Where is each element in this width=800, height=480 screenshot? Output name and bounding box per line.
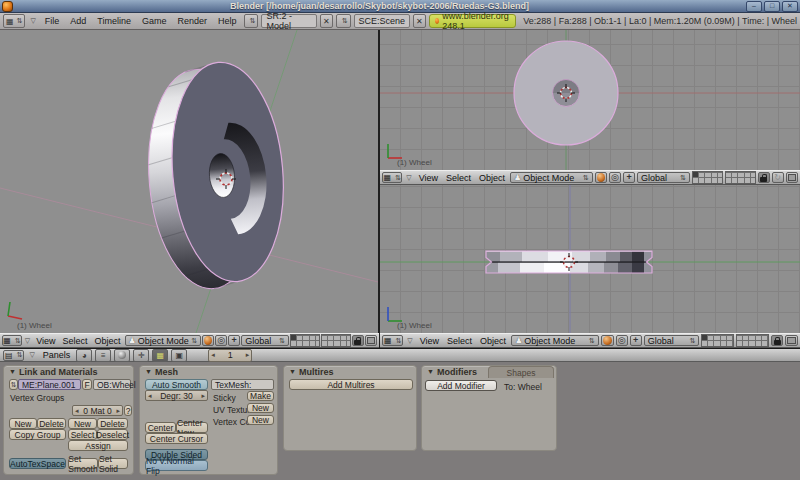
layer-grid-1[interactable] bbox=[290, 334, 320, 347]
material-new-button[interactable]: New bbox=[68, 418, 97, 429]
editor-type-button[interactable]: ▦⇅ bbox=[382, 172, 402, 183]
object-menu[interactable]: Object bbox=[92, 336, 124, 346]
material-spinner[interactable]: ◂ 0 Mat 0 ▸ bbox=[72, 405, 123, 416]
screen-selector[interactable]: SR:2 - Model bbox=[261, 14, 317, 28]
layer-grid-1[interactable] bbox=[692, 171, 723, 184]
vgroup-new-button[interactable]: New bbox=[9, 418, 37, 429]
vertex-color-new-button[interactable]: New bbox=[247, 415, 274, 425]
wheel-object[interactable] bbox=[139, 58, 292, 294]
view-menu[interactable]: View bbox=[417, 336, 442, 346]
view-menu[interactable]: View bbox=[33, 336, 58, 346]
scene-selector[interactable]: SCE:Scene bbox=[354, 14, 411, 28]
panel-title[interactable]: Modifiers bbox=[437, 367, 477, 377]
mesh-browse-button[interactable]: ⇅ bbox=[9, 379, 18, 390]
close-button[interactable]: ✕ bbox=[782, 1, 798, 12]
center-cursor-button[interactable]: Center Cursor bbox=[145, 433, 208, 444]
sticky-make-button[interactable]: Make bbox=[247, 391, 274, 401]
menu-help[interactable]: Help bbox=[214, 16, 241, 26]
panels-menu[interactable]: Panels bbox=[40, 350, 74, 360]
active-layer-cell[interactable] bbox=[693, 172, 698, 177]
panel-collapse-icon[interactable]: ▼ bbox=[427, 368, 434, 375]
panel-collapse-icon[interactable]: ▼ bbox=[289, 368, 296, 375]
scene-delete-button[interactable]: ✕ bbox=[413, 14, 426, 28]
screen-browse-button[interactable]: ⇅ bbox=[244, 14, 259, 28]
material-delete-button[interactable]: Delete bbox=[97, 418, 128, 429]
layer-grid-1[interactable] bbox=[701, 334, 734, 347]
uv-texture-new-button[interactable]: New bbox=[247, 403, 274, 413]
manipulator-button[interactable]: + bbox=[228, 335, 240, 346]
menu-file[interactable]: File bbox=[41, 16, 64, 26]
scene-context-button[interactable]: ▣ bbox=[171, 349, 187, 362]
header-collapse-icon[interactable]: ▽ bbox=[27, 351, 36, 359]
panel-collapse-icon[interactable]: ▼ bbox=[145, 368, 152, 375]
menu-timeline[interactable]: Timeline bbox=[93, 16, 135, 26]
render-border-button[interactable] bbox=[786, 172, 798, 183]
viewport-shading-button[interactable] bbox=[595, 172, 607, 183]
editor-type-button[interactable]: ▦⇅ bbox=[2, 335, 22, 346]
add-multires-button[interactable]: Add Multires bbox=[289, 379, 413, 390]
mode-dropdown[interactable]: ♟Object Mode⇅ bbox=[510, 172, 593, 183]
mode-dropdown[interactable]: ♟Object Mode⇅ bbox=[511, 335, 599, 346]
maximize-button[interactable]: □ bbox=[764, 1, 780, 12]
manipulator-button[interactable]: + bbox=[623, 172, 635, 183]
header-collapse-icon[interactable]: ▽ bbox=[23, 337, 32, 345]
menu-game[interactable]: Game bbox=[138, 16, 171, 26]
lock-layers-button[interactable] bbox=[758, 172, 770, 183]
spinner-left-icon[interactable]: ◂ bbox=[209, 351, 217, 359]
version-badge[interactable]: www.blender.org 248.1 bbox=[429, 14, 517, 28]
select-button[interactable]: Select bbox=[68, 429, 97, 440]
texmesh-field[interactable]: TexMesh: bbox=[211, 379, 274, 390]
spinner-right-icon[interactable]: ▸ bbox=[244, 351, 252, 359]
script-context-button[interactable]: ≡ bbox=[95, 349, 111, 362]
spinner-left-icon[interactable]: ◂ bbox=[73, 407, 81, 415]
set-solid-button[interactable]: Set Solid bbox=[98, 458, 128, 469]
select-menu[interactable]: Select bbox=[444, 336, 475, 346]
viewport-top-right[interactable]: (1) Wheel bbox=[380, 30, 800, 170]
degr-spinner[interactable]: ◂ Degr: 30 ▸ bbox=[145, 390, 208, 401]
pivot-button[interactable]: ◎ bbox=[616, 335, 628, 346]
minimize-button[interactable]: – bbox=[746, 1, 762, 12]
logic-context-button[interactable]: ◕ bbox=[76, 349, 92, 362]
vgroup-delete-button[interactable]: Delete bbox=[37, 418, 66, 429]
editing-context-button[interactable]: ▦ bbox=[152, 349, 168, 362]
scene-browse-button[interactable]: ⇅ bbox=[336, 14, 351, 28]
spinner-right-icon[interactable]: ▸ bbox=[199, 392, 207, 400]
autotexspace-button[interactable]: AutoTexSpace bbox=[9, 458, 66, 469]
viewport-shading-button[interactable] bbox=[601, 335, 614, 346]
shading-context-button[interactable] bbox=[114, 349, 130, 362]
copy-group-button[interactable]: Copy Group bbox=[9, 429, 66, 440]
panel-title[interactable]: Mesh bbox=[155, 367, 178, 377]
deselect-button[interactable]: Deselect bbox=[97, 429, 128, 440]
add-modifier-button[interactable]: Add Modifier bbox=[425, 380, 497, 391]
panel-title[interactable]: Link and Materials bbox=[19, 367, 98, 377]
spinner-left-icon[interactable]: ◂ bbox=[146, 392, 154, 400]
fake-user-button[interactable]: F bbox=[82, 379, 92, 390]
viewport-left[interactable]: (1) Wheel bbox=[0, 30, 378, 333]
menu-render[interactable]: Render bbox=[174, 16, 212, 26]
panel-collapse-icon[interactable]: ▼ bbox=[9, 368, 16, 375]
transform-orientation-dropdown[interactable]: Global⇅ bbox=[241, 335, 289, 346]
mesh-name-field[interactable]: ME:Plane.001 bbox=[18, 379, 81, 390]
editor-type-button[interactable]: ▦⇅ bbox=[382, 335, 403, 346]
render-border-button[interactable] bbox=[365, 335, 377, 346]
no-v-normal-flip-button[interactable]: No V.Normal Flip bbox=[145, 460, 208, 471]
shapes-tab[interactable]: Shapes bbox=[488, 366, 554, 378]
titlebar[interactable]: Blender [/home/juan/desarrollo/Skybot/sk… bbox=[0, 0, 800, 13]
lock-layers-button[interactable] bbox=[771, 335, 783, 346]
select-menu[interactable]: Select bbox=[59, 336, 90, 346]
transform-orientation-dropdown[interactable]: Global⇅ bbox=[644, 335, 700, 346]
select-menu[interactable]: Select bbox=[443, 173, 474, 183]
header-collapse-icon[interactable]: ▽ bbox=[405, 337, 414, 345]
layer-grid-2[interactable] bbox=[321, 334, 351, 347]
editor-type-button[interactable]: ▦ ⇅ bbox=[3, 14, 25, 28]
header-collapse-icon[interactable]: ▽ bbox=[28, 17, 37, 25]
panel-title[interactable]: Multires bbox=[299, 367, 334, 377]
viewport-shading-button[interactable] bbox=[202, 335, 214, 346]
context-spinner[interactable]: ◂ 1 ▸ bbox=[208, 349, 252, 362]
layer-grid-2[interactable] bbox=[736, 334, 769, 347]
pivot-button[interactable]: ◎ bbox=[215, 335, 227, 346]
sync-button[interactable]: ↻ bbox=[772, 172, 784, 183]
transform-orientation-dropdown[interactable]: Global⇅ bbox=[637, 172, 690, 183]
auto-smooth-button[interactable]: Auto Smooth bbox=[145, 379, 208, 390]
view-menu[interactable]: View bbox=[416, 173, 441, 183]
